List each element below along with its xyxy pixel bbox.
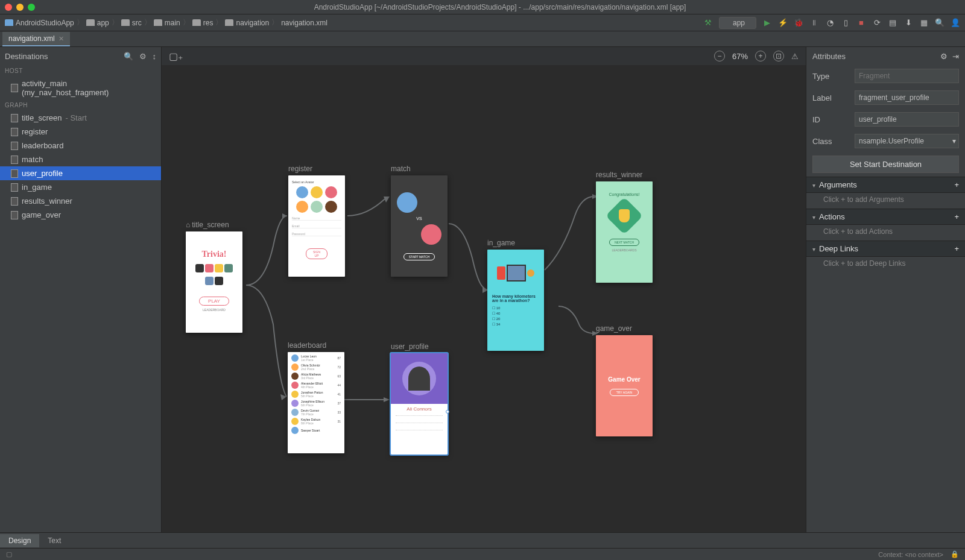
host-item[interactable]: activity_main (my_nav_host_fragment): [0, 77, 161, 99]
node-label: user_profile: [391, 342, 448, 351]
attr-type-field[interactable]: [855, 69, 959, 83]
maximize-window-icon[interactable]: [28, 4, 35, 11]
actions-section-header[interactable]: ▾Actions+: [806, 209, 965, 225]
minimize-panel-icon[interactable]: ⇥: [952, 52, 959, 61]
tab-design[interactable]: Design: [0, 534, 39, 547]
graph-item-match[interactable]: match: [0, 153, 161, 166]
crumb-res[interactable]: res: [192, 19, 214, 27]
status-tool-windows-icon[interactable]: ▢: [6, 550, 12, 558]
device-icon[interactable]: ▯: [841, 18, 850, 28]
node-user-profile[interactable]: user_profile Ali Connors: [391, 342, 448, 455]
warning-icon[interactable]: ⚠: [791, 52, 799, 61]
context-indicator[interactable]: Context: <no context>: [878, 551, 943, 558]
graph-section-label: GRAPH: [0, 99, 161, 111]
tab-text[interactable]: Text: [39, 534, 69, 547]
sync-icon[interactable]: ⟳: [872, 18, 882, 28]
minimize-window-icon[interactable]: [16, 4, 24, 11]
popcorn-icon: [497, 266, 505, 280]
node-title-screen[interactable]: ⌂title_screen Trivia! PLAY LEADERBOARD: [186, 221, 242, 333]
svg-marker-5: [280, 394, 286, 400]
search-icon[interactable]: 🔍: [124, 52, 133, 61]
deeplinks-empty-text: Click + to add Deep Links: [806, 257, 965, 272]
avatar-icon[interactable]: 👤: [951, 18, 960, 28]
folder-icon: [192, 19, 201, 26]
tv-icon: [507, 265, 526, 282]
apply-changes-icon[interactable]: ⚡: [778, 18, 788, 28]
debug-icon[interactable]: 🐞: [794, 18, 803, 28]
nav-editor-canvas[interactable]: ▢₊ − 67% + ⊡ ⚠: [162, 47, 806, 532]
attr-type-label: Type: [812, 72, 849, 81]
fragment-icon: [11, 156, 18, 164]
crumb-main[interactable]: main: [154, 19, 180, 27]
profile-avatar-icon: [402, 362, 436, 395]
zoom-out-icon[interactable]: −: [714, 51, 725, 61]
search-everywhere-icon[interactable]: 🔍: [935, 18, 944, 28]
chevron-down-icon: ▾: [812, 182, 815, 189]
attach-debugger-icon[interactable]: ◔: [825, 18, 835, 28]
sdk-manager-icon[interactable]: ⬇: [903, 18, 913, 28]
window-titlebar: AndroidStudioApp [~/AndroidStudioProject…: [0, 0, 965, 14]
preview-title-screen: Trivia! PLAY LEADERBOARD: [186, 231, 242, 333]
svg-marker-6: [384, 397, 390, 402]
graph-item-register[interactable]: register: [0, 125, 161, 139]
deeplinks-section-header[interactable]: ▾Deep Links+: [806, 241, 965, 257]
destinations-title: Destinations: [5, 52, 48, 61]
hammer-build-icon[interactable]: ⚒: [703, 18, 713, 28]
run-config-select[interactable]: app: [719, 17, 756, 29]
host-section-label: HOST: [0, 65, 161, 77]
zoom-fit-icon[interactable]: ⊡: [773, 51, 784, 61]
gear-icon[interactable]: ⚙: [139, 52, 147, 61]
add-argument-icon[interactable]: +: [954, 180, 959, 189]
crumb-project[interactable]: AndroidStudioApp: [5, 19, 74, 27]
project-folder-icon: [5, 19, 13, 26]
preview-leaderboard: Lucas Leon1st Place87 Olivia Schmitz2nd …: [288, 352, 344, 453]
node-in-game[interactable]: in_game How many kilometers are in a mar…: [487, 239, 544, 351]
node-leaderboard[interactable]: leaderboard Lucas Leon1st Place87 Olivia…: [288, 341, 344, 453]
avd-manager-icon[interactable]: ▤: [888, 18, 897, 28]
selection-handle[interactable]: [446, 410, 449, 414]
run-icon[interactable]: ▶: [762, 18, 772, 28]
arguments-section-header[interactable]: ▾Arguments+: [806, 177, 965, 193]
attr-class-dropdown[interactable]: nsample.UserProfile▾: [855, 134, 959, 148]
toolbar-actions: ⚒ app ▶ ⚡ 🐞 ⫴ ◔ ▯ ■ ⟳ ▤ ⬇ ▦ 🔍 👤: [703, 17, 960, 29]
graph-item-game-over[interactable]: game_over: [0, 208, 161, 222]
add-action-icon[interactable]: +: [954, 212, 959, 221]
profiler-icon[interactable]: ⫴: [809, 18, 819, 28]
node-results-winner[interactable]: results_winner Congratulations! NEXT MAT…: [596, 171, 653, 283]
file-tab-navigation[interactable]: navigation.xml ✕: [2, 32, 70, 46]
folder-icon: [121, 19, 130, 26]
icon-cluster: [193, 264, 235, 288]
preview-match: VS START MATCH: [391, 175, 448, 277]
graph-item-in-game[interactable]: in_game: [0, 180, 161, 194]
crumb-src[interactable]: src: [121, 19, 142, 27]
crumb-file[interactable]: navigation.xml: [281, 19, 327, 27]
stop-icon[interactable]: ■: [856, 18, 866, 28]
lock-icon[interactable]: 🔒: [951, 550, 959, 558]
close-window-icon[interactable]: [5, 4, 12, 11]
close-tab-icon[interactable]: ✕: [59, 35, 64, 43]
node-label: results_winner: [596, 171, 653, 179]
node-match[interactable]: match VS START MATCH: [391, 165, 448, 277]
node-game-over[interactable]: game_over Game Over TRY AGAIN: [596, 324, 653, 436]
crumb-app[interactable]: app: [86, 19, 109, 27]
graph-item-user-profile[interactable]: user_profile: [0, 166, 161, 180]
set-start-destination-button[interactable]: Set Start Destination: [812, 156, 959, 173]
crumb-navigation[interactable]: navigation: [225, 19, 269, 27]
node-register[interactable]: register Select an Avatar Name Email Pas…: [288, 165, 345, 277]
graph-item-results-winner[interactable]: results_winner: [0, 194, 161, 208]
fragment-icon: [11, 211, 18, 219]
add-deeplink-icon[interactable]: +: [954, 244, 959, 253]
graph-item-title-screen[interactable]: title_screen - Start: [0, 111, 161, 125]
arguments-empty-text: Click + to add Arguments: [806, 193, 965, 209]
sort-icon[interactable]: ↕: [153, 52, 157, 61]
profile-header: [391, 353, 448, 404]
add-destination-icon[interactable]: ▢₊: [169, 51, 183, 62]
gear-icon[interactable]: ⚙: [940, 52, 948, 61]
fragment-icon: [11, 142, 18, 150]
status-bar: ▢ Context: <no context> 🔒: [0, 548, 965, 560]
layout-inspector-icon[interactable]: ▦: [919, 18, 929, 28]
attr-id-field[interactable]: [855, 112, 959, 127]
graph-item-leaderboard[interactable]: leaderboard: [0, 139, 161, 153]
zoom-in-icon[interactable]: +: [755, 51, 766, 61]
attr-label-field[interactable]: [855, 90, 959, 105]
